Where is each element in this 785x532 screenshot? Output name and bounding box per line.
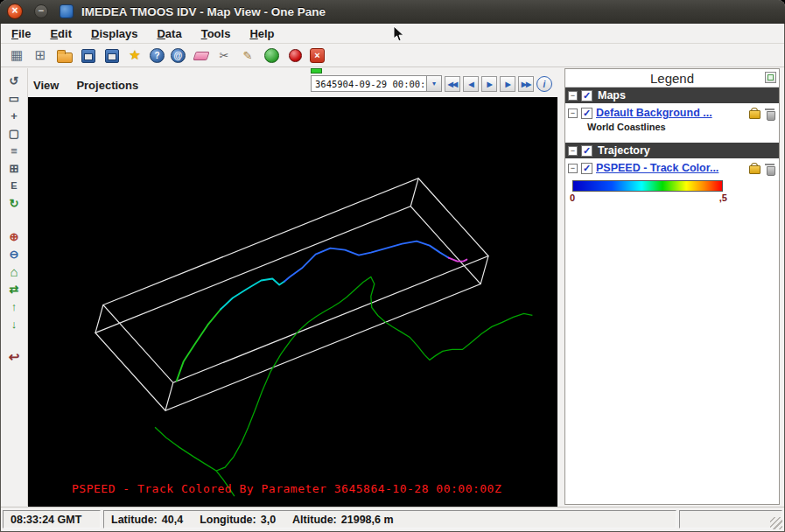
contact-icon[interactable]: @	[171, 48, 186, 63]
open-file-icon[interactable]	[55, 46, 73, 64]
undo-view-icon[interactable]: ↩	[5, 349, 24, 365]
time-value: 3645904-09-29 00:00:00Z	[315, 79, 426, 89]
home-view-icon[interactable]: ⌂	[5, 263, 24, 279]
new-display-icon[interactable]: ⊞	[32, 46, 49, 64]
step-back-button[interactable]: ◀	[463, 76, 479, 92]
float-legend-button[interactable]	[765, 72, 776, 83]
animation-properties-button[interactable]: i	[536, 76, 552, 92]
trajectory-header-label: Trajectory	[598, 144, 650, 157]
app-icon	[60, 4, 74, 18]
zoom-in-icon[interactable]: ⊕	[5, 228, 24, 244]
collapse-icon[interactable]: −	[568, 164, 578, 173]
cut-icon[interactable]: ✂	[215, 46, 233, 64]
grid-icon[interactable]: ⊞	[5, 160, 24, 176]
colorbar-labels: 0 ,5	[570, 192, 727, 203]
app-window: × − IMEDEA TMOOS IDV - Map View - One Pa…	[0, 0, 785, 532]
time-combobox[interactable]: 3645904-09-29 00:00:00Z ▾	[311, 75, 442, 92]
mouse-cursor	[393, 25, 404, 42]
delete-icon[interactable]	[765, 108, 774, 119]
list-icon[interactable]: ≡	[5, 143, 24, 158]
go-to-end-button[interactable]: ▶▶	[518, 76, 534, 92]
lock-icon[interactable]	[748, 163, 759, 174]
resize-grip[interactable]	[770, 517, 782, 529]
menu-edit[interactable]: Edit	[50, 27, 72, 40]
main-toolbar: ▦ ⊞ ★ ? @ ✂ ✎ ×	[1, 44, 784, 67]
collapse-icon[interactable]: −	[568, 146, 578, 156]
pspeed-track-link[interactable]: PSPEED - Track Color...	[596, 162, 745, 174]
translate-down-icon[interactable]: ↓	[5, 316, 24, 332]
rotate-view-icon[interactable]: ↺	[5, 73, 24, 88]
maps-visibility-checkbox[interactable]: ✓	[581, 90, 592, 102]
world-coastlines-label: World Coastlines	[565, 121, 779, 135]
collapse-icon[interactable]: −	[568, 108, 578, 118]
translate-horizontal-icon[interactable]: ⇄	[5, 281, 24, 297]
collapse-icon[interactable]: −	[568, 91, 578, 101]
animation-widget: 3645904-09-29 00:00:00Z ▾ ◀◀ ◀ ▶ ▶ ▶▶ i	[311, 75, 552, 92]
dropdown-icon[interactable]: ▾	[426, 76, 441, 91]
trajectory-segment-cyan	[221, 279, 284, 310]
eraser-icon[interactable]	[192, 46, 209, 64]
map-canvas[interactable]: PSPEED - Track Colored By Parameter 3645…	[28, 97, 557, 507]
record-icon[interactable]	[286, 46, 304, 64]
show-dashboard-icon[interactable]: ▦	[8, 46, 25, 64]
lock-icon[interactable]	[748, 108, 759, 119]
background-visibility-checkbox[interactable]: ✓	[581, 108, 592, 119]
trajectory-track	[177, 242, 467, 382]
zoom-box-icon[interactable]: ▭	[5, 90, 24, 106]
default-background-row: − ✓ Default Background ...	[565, 103, 779, 121]
trajectory-visibility-checkbox[interactable]: ✓	[581, 145, 592, 157]
pan-view-icon[interactable]: +	[5, 108, 24, 123]
longitude-label: Longitude:	[200, 514, 256, 526]
exit-icon[interactable]: ×	[310, 48, 325, 63]
globe-icon[interactable]	[263, 46, 280, 64]
animation-indicator	[311, 68, 322, 74]
translate-up-icon[interactable]: ↑	[5, 298, 24, 314]
save-icon[interactable]	[79, 46, 96, 64]
zoom-out-icon[interactable]: ⊖	[5, 246, 24, 262]
altitude-value: 21998,6 m	[341, 514, 394, 526]
wireframe-box	[95, 178, 488, 410]
legend-panel: Legend − ✓ Maps − ✓ Default Background .…	[564, 68, 780, 505]
trajectory-category-header[interactable]: − ✓ Trajectory	[565, 143, 779, 158]
maps-category-header[interactable]: − ✓ Maps	[565, 88, 779, 103]
titlebar[interactable]: × − IMEDEA TMOOS IDV - Map View - One Pa…	[0, 0, 785, 24]
longitude-value: 3,0	[261, 514, 276, 526]
go-to-start-button[interactable]: ◀◀	[445, 76, 460, 92]
view-toolbar: ↺ ▭ + ▢ ≡ ⊞ E ↻ ⊕ ⊖ ⌂ ⇄ ↑ ↓ ↩	[1, 68, 28, 506]
clock-display: 08:33:24 GMT	[3, 510, 101, 528]
pspeed-visibility-checkbox[interactable]: ✓	[581, 163, 592, 174]
play-button[interactable]: ▶	[481, 76, 497, 92]
maps-header-label: Maps	[598, 89, 626, 102]
step-forward-button[interactable]: ▶	[500, 76, 515, 92]
colorbar[interactable]	[572, 180, 723, 192]
refresh-view-icon[interactable]: ↻	[5, 195, 24, 211]
projections-menu[interactable]: Projections	[76, 79, 138, 92]
menu-displays[interactable]: Displays	[91, 27, 137, 40]
statusbar: 08:33:24 GMT Latitude: 40,4 Longitude: 3…	[1, 507, 784, 531]
window-title: IMEDEA TMOOS IDV - Map View - One Pane	[81, 5, 326, 18]
edit-icon[interactable]: ✎	[239, 46, 256, 64]
legend-title: Legend	[650, 71, 694, 86]
favorites-icon[interactable]: ★	[126, 46, 144, 64]
ruler-icon[interactable]: E	[5, 178, 24, 193]
altitude-label: Altitude:	[292, 514, 337, 526]
status-spacer	[679, 510, 782, 528]
trajectory-segment-green	[177, 309, 221, 381]
delete-icon[interactable]	[765, 163, 774, 174]
close-button[interactable]: ×	[7, 4, 23, 19]
latitude-value: 40,4	[162, 514, 183, 526]
menu-file[interactable]: File	[11, 27, 31, 40]
map-panel: View Projections 3645904-09-29 00:00:00Z…	[28, 67, 557, 507]
default-background-link[interactable]: Default Background ...	[596, 107, 745, 119]
menu-tools[interactable]: Tools	[201, 27, 231, 40]
colorbar-max-label: ,5	[719, 192, 727, 203]
menu-data[interactable]: Data	[157, 27, 181, 40]
minimize-button[interactable]: −	[34, 4, 48, 18]
menu-help[interactable]: Help	[249, 27, 274, 40]
save-as-icon[interactable]	[102, 46, 120, 64]
select-region-icon[interactable]: ▢	[5, 125, 24, 141]
legend-header: Legend	[565, 69, 779, 88]
help-icon[interactable]: ?	[150, 48, 165, 63]
view-menu[interactable]: View	[33, 79, 59, 92]
coastline	[155, 277, 532, 496]
